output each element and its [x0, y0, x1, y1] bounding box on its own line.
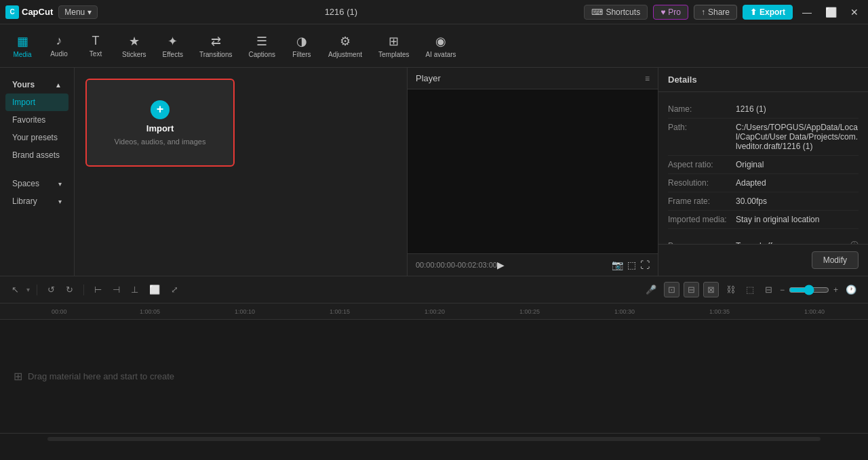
plus-icon: +	[151, 100, 170, 119]
sidebar-spaces-section: Spaces ▾ Library ▾	[0, 172, 74, 213]
import-box[interactable]: + Import Videos, audios, and images	[85, 79, 235, 167]
close-button[interactable]: ✕	[846, 5, 863, 19]
logo: C CapCut	[5, 5, 53, 19]
sidebar-item-favorites[interactable]: Favorites	[5, 111, 68, 129]
split-right-button[interactable]: ⊣	[109, 283, 123, 297]
tool-text[interactable]: T Text	[79, 30, 113, 62]
project-title: 1216 (1)	[103, 7, 578, 17]
delete-clip-button[interactable]: ⬜	[146, 283, 163, 297]
tool-stickers[interactable]: ★ Stickers	[115, 30, 153, 62]
player-screenshot-button[interactable]: 📷	[612, 259, 623, 270]
export-icon: ⬆	[750, 7, 757, 17]
maximize-button[interactable]: ⬜	[821, 5, 841, 19]
audio-icon: ♪	[56, 34, 62, 48]
details-panel: Details Name: 1216 (1) Path: C:/Users/TO…	[658, 68, 868, 276]
menu-button[interactable]: Menu ▾	[58, 5, 98, 19]
ruler-mark-1: 1:00:05	[140, 308, 160, 315]
player-time-end: 00:02:03:00	[458, 261, 497, 269]
sidebar-item-your-presets[interactable]: Your presets	[5, 129, 68, 146]
detail-row-name: Name: 1216 (1)	[668, 100, 859, 119]
player-fullscreen-button[interactable]: ⛶	[640, 259, 650, 270]
tool-effects[interactable]: ✦ Effects	[156, 30, 190, 62]
details-header: Details	[658, 68, 868, 92]
sidebar: Yours ▲ Import Favorites Your presets Br…	[0, 68, 75, 276]
zoom-slider[interactable]	[789, 285, 829, 295]
media-panel: + Import Videos, audios, and images	[75, 68, 407, 276]
tool-adjustment[interactable]: ⚙ Adjustment	[321, 30, 369, 62]
tool-media[interactable]: ▦ Media	[5, 30, 39, 62]
chevron-down-spaces-icon: ▾	[58, 180, 62, 188]
sidebar-item-spaces[interactable]: Spaces ▾	[5, 175, 68, 192]
ruler-mark-2: 1:00:10	[235, 308, 255, 315]
tool-filters[interactable]: ◑ Filters	[285, 30, 319, 62]
sidebar-yours-section: Yours ▲ Import Favorites Your presets Br…	[0, 73, 74, 167]
modify-button[interactable]: Modify	[812, 251, 859, 269]
ai-avatars-icon: ◉	[435, 34, 446, 49]
tool-templates[interactable]: ⊞ Templates	[372, 30, 416, 62]
adjustment-icon: ⚙	[340, 34, 351, 49]
zoom-plus-icon: +	[833, 285, 838, 295]
cursor-tool-button[interactable]: ↖	[8, 283, 22, 297]
undo-button[interactable]: ↺	[44, 283, 58, 297]
chevron-down-cursor-icon: ▾	[26, 286, 30, 293]
share-button[interactable]: ↑ Share	[694, 5, 737, 20]
logo-text: CapCut	[22, 7, 53, 17]
templates-icon: ⊞	[389, 34, 399, 49]
transitions-icon: ⇄	[211, 34, 221, 49]
sidebar-item-brand-assets[interactable]: Brand assets	[5, 146, 68, 164]
player-time-start: 00:00:00:00	[416, 261, 455, 269]
tool-transitions[interactable]: ⇄ Transitions	[193, 30, 239, 62]
sidebar-item-library[interactable]: Library ▾	[5, 192, 68, 210]
toolbar-separator-2	[83, 285, 84, 295]
chevron-up-icon: ▲	[55, 81, 62, 89]
link-button[interactable]: ⛓	[723, 283, 738, 297]
player-menu-icon[interactable]: ≡	[645, 74, 650, 83]
captions-icon: ☰	[256, 34, 267, 49]
detail-row-proxy: Proxy: Turned off ⓘ	[668, 236, 859, 244]
export-button[interactable]: ⬆ Export	[743, 5, 793, 20]
pro-button[interactable]: ♥ Pro	[653, 5, 688, 20]
ruler-mark-4: 1:00:20	[425, 308, 445, 315]
ruler-mark-8: 1:00:40	[804, 308, 825, 315]
ruler-mark-3: 1:00:15	[330, 308, 350, 315]
text-icon: T	[92, 34, 100, 48]
timeline-tracks: ⊞ Drag material here and start to create	[0, 320, 868, 433]
clip-tool-3-button[interactable]: ⊠	[703, 282, 719, 297]
clip-tool-1-button[interactable]: ⊡	[664, 282, 679, 297]
player-play-button[interactable]: ▶	[497, 259, 505, 270]
player-body	[408, 89, 658, 253]
effects-icon: ✦	[167, 34, 178, 49]
detail-row-imported-media: Imported media: Stay in original locatio…	[668, 211, 859, 229]
clip-tool-2-button[interactable]: ⊟	[684, 282, 699, 297]
mic-button[interactable]: 🎤	[642, 283, 660, 297]
filters-icon: ◑	[296, 34, 307, 49]
content-area: Yours ▲ Import Favorites Your presets Br…	[0, 68, 868, 276]
tool-ai-avatars[interactable]: ◉ AI avatars	[419, 30, 463, 62]
view-1-button[interactable]: ⬚	[743, 283, 757, 297]
player-resize-button[interactable]: ⬚	[627, 259, 636, 270]
media-icon: ▦	[17, 34, 28, 49]
shortcuts-button[interactable]: ⌨ Shortcuts	[584, 5, 648, 20]
split-both-button[interactable]: ⊥	[127, 283, 142, 297]
detail-row-resolution: Resolution: Adapted	[668, 174, 859, 192]
time-button[interactable]: 🕐	[842, 283, 860, 297]
drag-zone-text: Drag material here and start to create	[28, 371, 174, 381]
stickers-icon: ★	[129, 34, 140, 49]
detach-button[interactable]: ⤢	[167, 283, 182, 297]
sidebar-item-import[interactable]: Import	[5, 93, 68, 111]
ruler-mark-5: 1:00:25	[519, 308, 540, 315]
minimize-button[interactable]: —	[798, 5, 816, 19]
split-left-button[interactable]: ⊢	[91, 283, 105, 297]
tool-captions[interactable]: ☰ Captions	[242, 30, 282, 62]
horizontal-scrollbar[interactable]	[47, 437, 821, 441]
logo-icon: C	[5, 5, 19, 19]
view-2-button[interactable]: ⊟	[762, 283, 776, 297]
timeline-area: ↖ ▾ ↺ ↻ ⊢ ⊣ ⊥ ⬜ ⤢ 🎤 ⊡ ⊟ ⊠ ⛓ ⬚ ⊟ − + 🕐 00…	[0, 276, 868, 433]
ruler-mark-7: 1:00:35	[709, 308, 730, 315]
player-footer: 00:00:00:00 - 00:02:03:00 ▶ 📷 ⬚ ⛶	[408, 253, 658, 276]
timeline-ruler: 00:00 1:00:05 1:00:10 1:00:15 1:00:20 1:…	[0, 304, 868, 320]
redo-button[interactable]: ↻	[62, 283, 77, 297]
tool-audio[interactable]: ♪ Audio	[42, 30, 76, 62]
sidebar-item-yours[interactable]: Yours ▲	[5, 76, 68, 93]
details-footer: Modify	[658, 244, 868, 276]
